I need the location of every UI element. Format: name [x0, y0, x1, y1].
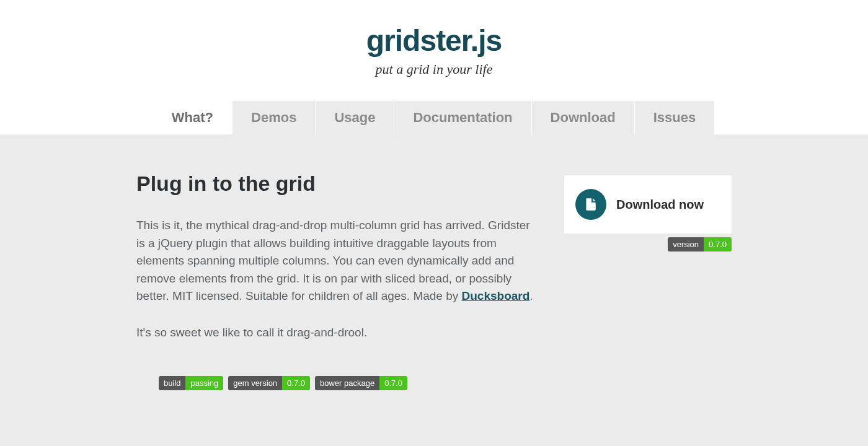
zip-icon: ZIP	[575, 189, 606, 220]
intro-column: Plug in to the grid This is it, the myth…	[136, 172, 539, 390]
nav-tab-demos[interactable]: Demos	[232, 101, 316, 134]
version-badge: version 0.7.0	[668, 237, 732, 251]
intro-paragraph-1: This is it, the mythical drag-and-drop m…	[136, 217, 539, 305]
ducksboard-link[interactable]: Ducksboard	[462, 289, 530, 302]
badge-label: bower package	[315, 376, 379, 390]
badge-label: build	[159, 376, 185, 390]
nav-tab-documentation[interactable]: Documentation	[394, 101, 531, 134]
version-badge-value: 0.7.0	[704, 237, 732, 251]
nav-tab-issues[interactable]: Issues	[635, 101, 715, 134]
version-badge-label: version	[668, 237, 704, 251]
intro-paragraph-2: It's so sweet we like to call it drag-an…	[136, 324, 539, 342]
status-badge: bower package0.7.0	[315, 376, 407, 390]
status-badge: gem version0.7.0	[228, 376, 310, 390]
badge-label: gem version	[228, 376, 282, 390]
site-title: gridster.js	[0, 24, 868, 58]
download-label: Download now	[616, 198, 704, 212]
badge-value: passing	[185, 376, 223, 390]
tagline: put a grid in your life	[0, 61, 868, 77]
intro-text-post: .	[529, 289, 533, 302]
download-button[interactable]: ZIP Download now	[564, 175, 732, 234]
badge-value: 0.7.0	[379, 376, 407, 390]
main-content: Plug in to the grid This is it, the myth…	[124, 134, 744, 415]
site-header: gridster.js put a grid in your life What…	[0, 0, 868, 134]
svg-text:ZIP: ZIP	[590, 205, 594, 208]
nav-tab-download[interactable]: Download	[532, 101, 635, 134]
main-nav: What?DemosUsageDocumentationDownloadIssu…	[0, 101, 868, 134]
nav-tab-what[interactable]: What?	[153, 101, 232, 134]
section-heading: Plug in to the grid	[136, 172, 539, 196]
status-badges-row: buildpassinggem version0.7.0bower packag…	[136, 376, 539, 390]
download-column: ZIP Download now version 0.7.0	[564, 172, 732, 390]
status-badge: buildpassing	[159, 376, 223, 390]
nav-tab-usage[interactable]: Usage	[316, 101, 394, 134]
badge-value: 0.7.0	[282, 376, 310, 390]
version-badge-wrap: version 0.7.0	[564, 237, 732, 251]
